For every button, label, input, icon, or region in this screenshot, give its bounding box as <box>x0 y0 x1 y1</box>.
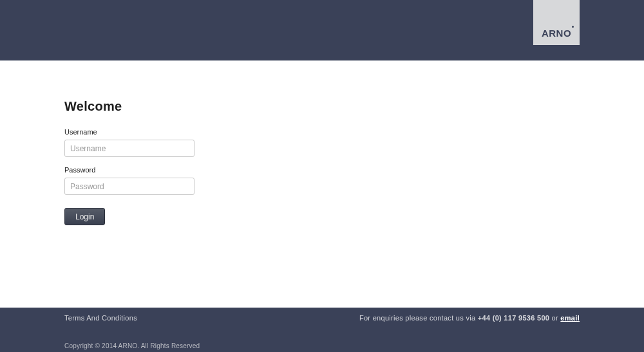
password-input[interactable] <box>64 178 194 195</box>
page-title: Welcome <box>64 99 644 114</box>
enquiry-phone: +44 (0) 117 9536 500 <box>478 314 550 322</box>
enquiry-prefix: For enquiries please contact us via <box>359 314 478 322</box>
page-header: ARNO <box>0 0 644 60</box>
enquiry-or: or <box>549 314 560 322</box>
login-button[interactable]: Login <box>64 208 105 225</box>
footer-row: Terms And Conditions For enquiries pleas… <box>64 314 580 322</box>
terms-link[interactable]: Terms And Conditions <box>64 314 137 322</box>
password-label: Password <box>64 166 644 174</box>
username-group: Username <box>64 128 644 157</box>
username-input[interactable] <box>64 140 194 157</box>
brand-logo: ARNO <box>533 0 580 45</box>
enquiry-text: For enquiries please contact us via +44 … <box>359 314 580 322</box>
main-content: Welcome Username Password Login <box>0 60 644 308</box>
password-group: Password <box>64 166 644 195</box>
page-footer: Terms And Conditions For enquiries pleas… <box>0 308 644 352</box>
email-link[interactable]: email <box>560 314 580 322</box>
brand-logo-text: ARNO <box>542 28 571 39</box>
username-label: Username <box>64 128 644 136</box>
copyright-text: Copyright © 2014 ARNO. All Rights Reserv… <box>64 342 200 349</box>
